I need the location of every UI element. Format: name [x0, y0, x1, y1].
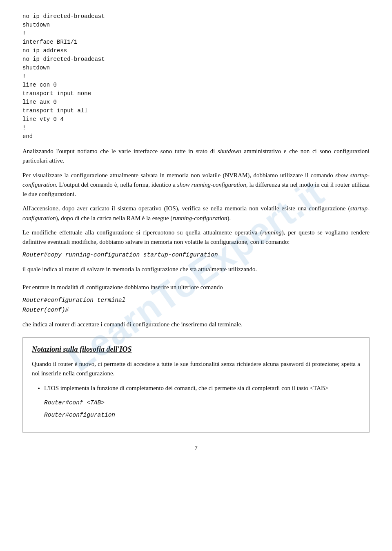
code-line-11: line aux 0 — [22, 98, 370, 107]
code-line-3: ! — [22, 29, 370, 38]
p2-end: . — [56, 181, 58, 188]
p4-end: ). — [227, 215, 231, 221]
p3-start: L'output del comando è, nella forma, ide… — [59, 181, 177, 188]
code-line-10: transport input none — [22, 89, 370, 98]
code-line-8: ! — [22, 72, 370, 81]
p1-text: Analizzando l'output notiamo che le vari… — [22, 148, 218, 154]
bullet-item-1: L'IOS implementa la funzione di completa… — [44, 384, 360, 420]
code-line-13: line vty 0 4 — [22, 115, 370, 124]
code-line-2: shutdown — [22, 21, 370, 29]
router-conf-tab: Router#conf <TAB> — [44, 398, 360, 407]
code-line-7: shutdown — [22, 64, 370, 72]
paragraph-6: il quale indica al router di salvare in … — [22, 265, 370, 274]
code-line-1: no ip directed-broadcast — [22, 12, 370, 21]
code-line-5: no ip address — [22, 47, 370, 55]
p4-italic2: running-configuration — [172, 215, 227, 221]
section-box-p1: Quando il router è nuovo, ci permette di… — [32, 359, 360, 379]
code-line-14: ! — [22, 124, 370, 132]
code-line-9: line con 0 — [22, 81, 370, 89]
p2-text: Per visualizzare la configurazione attua… — [22, 172, 335, 178]
code-line-15: end — [22, 132, 370, 141]
code-line-4: interface BRI1/1 — [22, 38, 370, 47]
bullet-1-text: L'IOS implementa la funzione di completa… — [44, 385, 329, 391]
paragraph-2: Per visualizzare la configurazione attua… — [22, 171, 370, 199]
paragraph-4: All'accensione, dopo aver caricato il si… — [22, 204, 370, 223]
paragraph-1: Analizzando l'output notiamo che le vari… — [22, 147, 370, 166]
section-box: Notazioni sulla filosofia dell'IOS Quand… — [22, 337, 370, 433]
code-line-6: no ip directed-broadcast — [22, 55, 370, 64]
section-box-title: Notazioni sulla filosofia dell'IOS — [32, 345, 360, 354]
p3-italic: show running-configuration — [177, 181, 246, 188]
page-number: 7 — [22, 445, 370, 452]
p4-mid: ), dopo di che la carica nella RAM è la … — [56, 215, 173, 221]
page-content: no ip directed-broadcast shutdown ! inte… — [0, 0, 392, 476]
code-block-top: no ip directed-broadcast shutdown ! inte… — [22, 12, 370, 141]
command-conf-terminal: Router#configuration terminal — [22, 297, 370, 303]
bullet-list: L'IOS implementa la funzione di completa… — [44, 384, 360, 420]
p5-text: Le modifiche effettuale alla configurazi… — [22, 229, 262, 236]
p5-italic: running — [262, 229, 282, 236]
p4-text: All'accensione, dopo aver caricato il si… — [22, 205, 350, 212]
router-configuration: Router#configuration — [44, 410, 360, 419]
p1-italic: shutdown — [218, 148, 241, 154]
command-copy: Router#copy running-configuration startu… — [22, 252, 370, 258]
paragraph-7: Per entrare in modalità di configurazion… — [22, 283, 370, 292]
command-conf-prompt: Router(conf)# — [22, 307, 370, 313]
paragraph-5: Le modifiche effettuale alla configurazi… — [22, 228, 370, 247]
paragraph-8: che indica al router di accettare i coma… — [22, 320, 370, 329]
code-line-12: transport input all — [22, 107, 370, 115]
